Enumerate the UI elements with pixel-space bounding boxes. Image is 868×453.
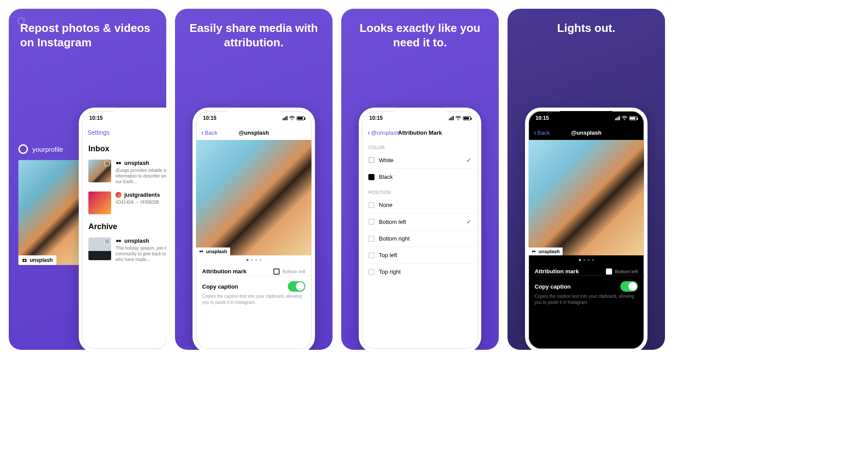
svg-point-1 <box>24 260 25 261</box>
attribution-badge-label: unsplash <box>539 249 560 254</box>
setting-label: Copy caption <box>535 283 570 290</box>
chevron-left-icon: ‹ <box>534 129 536 136</box>
phone-mock: 10:15 Settings Inbox unsplash <box>79 108 166 350</box>
phone-notch <box>114 111 166 122</box>
back-button[interactable]: ‹Back <box>201 129 217 136</box>
svg-rect-4 <box>116 240 119 242</box>
option-label: Bottom left <box>379 219 406 225</box>
back-label: Back <box>205 129 217 136</box>
status-time: 10:15 <box>536 115 549 121</box>
status-icons <box>283 116 304 120</box>
signal-icon <box>449 116 454 120</box>
color-swatch-icon <box>368 157 374 163</box>
option-position-top-left[interactable]: Top left <box>362 247 478 263</box>
list-item-username: justgradients <box>124 192 160 198</box>
section-header-archive: Archive <box>82 218 166 234</box>
wifi-icon <box>289 116 295 120</box>
wifi-icon <box>622 116 627 120</box>
battery-icon <box>297 116 304 120</box>
status-time: 10:15 <box>203 115 217 121</box>
setting-copy-caption[interactable]: Copy caption <box>196 276 312 293</box>
chevron-left-icon: ‹ <box>201 129 204 136</box>
screenshot-panel-3: Looks exactly like you need it to. 10:15… <box>341 9 499 350</box>
list-item-caption: #D4145A → #FBB03B <box>116 199 166 205</box>
svg-rect-8 <box>532 251 533 252</box>
profile-strip: yourprofile <box>18 144 63 154</box>
page-indicator <box>528 255 644 263</box>
phone-notch <box>228 111 280 122</box>
back-label: @unsplash <box>371 129 399 136</box>
attribution-badge: unsplash <box>196 247 230 255</box>
option-position-bottom-left[interactable]: Bottom left ✓ <box>362 213 478 230</box>
gallery-icon <box>105 239 110 244</box>
checkmark-icon: ✓ <box>466 218 472 225</box>
attribution-badge-label: unsplash <box>30 257 53 263</box>
repost-icon <box>116 238 122 244</box>
option-label: None <box>379 202 392 208</box>
setting-attribution-mark[interactable]: Attribution mark Bottom left <box>528 263 644 275</box>
battery-icon <box>463 116 471 120</box>
panel-headline: Lights out. <box>508 9 665 35</box>
checkmark-icon: ✓ <box>466 157 472 164</box>
profile-handle: yourprofile <box>32 146 63 153</box>
back-button[interactable]: ‹@unsplash <box>368 129 399 136</box>
back-button[interactable]: ‹Back <box>534 129 550 136</box>
position-icon <box>368 202 374 208</box>
list-item[interactable]: unsplash This holiday season, join the c… <box>82 234 166 266</box>
setting-value-text: Bottom left <box>615 269 638 274</box>
profile-avatar-ring <box>18 144 28 154</box>
setting-label: Copy caption <box>202 283 238 290</box>
option-color-white[interactable]: White ✓ <box>362 152 478 168</box>
color-swatch-icon <box>368 174 374 180</box>
back-label: Back <box>537 129 550 136</box>
option-position-bottom-right[interactable]: Bottom right <box>362 230 478 247</box>
setting-attribution-mark[interactable]: Attribution mark Bottom left <box>196 263 312 275</box>
position-icon <box>368 236 374 242</box>
list-thumbnail <box>88 192 111 214</box>
option-label: Top left <box>379 252 397 258</box>
option-position-none[interactable]: None <box>362 197 478 213</box>
settings-link[interactable]: Settings <box>88 129 110 136</box>
nav-bar: ‹Back @unsplash <box>196 125 312 140</box>
status-icons <box>615 116 637 120</box>
phone-mock: 10:15 ‹Back @unsplash unsplash Attributi… <box>192 108 315 350</box>
attribution-badge-label: unsplash <box>206 249 227 254</box>
media-preview[interactable]: unsplash <box>528 140 644 255</box>
svg-rect-6 <box>200 251 201 252</box>
hero-image-preview: unsplash <box>18 160 88 265</box>
signal-icon <box>283 116 287 120</box>
toggle-switch[interactable] <box>620 281 638 292</box>
avatar-icon <box>116 192 122 198</box>
position-icon <box>368 219 374 225</box>
status-time: 10:15 <box>369 115 383 121</box>
nav-bar: ‹@unsplash Attribution Mark <box>362 125 478 140</box>
phone-mock: 10:15 ‹Back @unsplash unsplash Attributi… <box>525 108 648 350</box>
list-item-caption: @usgs provides reliable scientific infor… <box>116 167 166 185</box>
status-icons <box>449 116 471 120</box>
refresh-icon <box>17 17 25 25</box>
svg-rect-2 <box>116 162 119 164</box>
option-label: Black <box>379 174 393 180</box>
option-position-top-right[interactable]: Top right <box>362 264 478 280</box>
page-indicator <box>196 255 312 263</box>
setting-label: Attribution mark <box>535 268 579 275</box>
option-label: Bottom right <box>379 235 410 242</box>
list-item[interactable]: justgradients #D4145A → #FBB03B <box>82 188 166 218</box>
list-thumbnail <box>88 160 111 182</box>
group-header-color: COLOR <box>362 140 478 152</box>
option-color-black[interactable]: Black <box>362 169 478 185</box>
list-item[interactable]: unsplash @usgs provides reliable scienti… <box>82 156 166 188</box>
setting-value: Bottom left <box>606 268 638 275</box>
panel-headline: Easily share media with attribution. <box>175 9 332 49</box>
media-preview[interactable]: unsplash <box>196 140 312 255</box>
toggle-switch[interactable] <box>288 281 305 292</box>
option-label: Top right <box>379 268 401 275</box>
battery-icon <box>629 116 637 120</box>
panel-headline: Repost photos & videos on Instagram <box>9 9 166 49</box>
list-item-caption: This holiday season, join the community … <box>116 245 166 262</box>
list-item-username: unsplash <box>124 160 149 166</box>
group-header-position: POSITION <box>362 185 478 197</box>
attribution-badge: unsplash <box>18 255 56 265</box>
list-item-username: unsplash <box>124 237 149 244</box>
setting-copy-caption[interactable]: Copy caption <box>528 276 644 293</box>
